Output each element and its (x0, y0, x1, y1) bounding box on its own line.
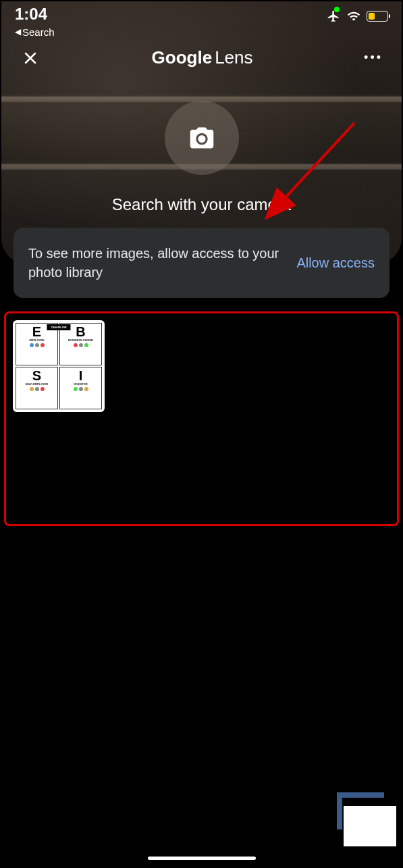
airplane-mode-icon (326, 9, 341, 23)
close-button[interactable] (20, 48, 41, 68)
status-bar: 1:04 ◀ Search (1, 1, 402, 35)
camera-center: Search with your camera (1, 101, 402, 214)
close-icon (22, 50, 38, 66)
wifi-icon (346, 9, 361, 23)
status-time: 1:04 (15, 5, 55, 24)
photo-thumbnail[interactable]: CASHFLOW E EMPLOYEE B BUSINESS OWNER S S… (13, 320, 105, 412)
home-indicator[interactable] (148, 857, 256, 860)
title-lens: Lens (215, 47, 252, 68)
camera-prompt: Search with your camera (112, 195, 291, 214)
photo-grid-highlighted: CASHFLOW E EMPLOYEE B BUSINESS OWNER S S… (4, 311, 399, 526)
more-options-button[interactable]: ••• (364, 51, 383, 65)
watermark-logo (335, 792, 396, 846)
thumb-header: CASHFLOW (47, 324, 70, 330)
title-google: Google (152, 47, 213, 68)
battery-fill (369, 13, 375, 20)
permission-banner: To see more images, allow access to your… (14, 228, 389, 298)
battery-icon (367, 11, 388, 22)
quad-s: S SELF-EMPLOYED (16, 367, 58, 409)
shutter-button[interactable] (165, 101, 239, 175)
status-left: 1:04 ◀ Search (15, 5, 55, 38)
quad-i: I INVESTOR (59, 367, 102, 409)
app-title: Google Lens (152, 47, 253, 68)
allow-access-button[interactable]: Allow access (296, 255, 375, 271)
app-header: Google Lens ••• (1, 35, 402, 80)
permission-message: To see more images, allow access to your… (28, 244, 283, 282)
status-right (326, 9, 388, 23)
camera-icon (188, 125, 216, 151)
thumb-content: E EMPLOYEE B BUSINESS OWNER S SELF-EMPLO… (13, 320, 105, 412)
more-icon: ••• (364, 51, 383, 64)
